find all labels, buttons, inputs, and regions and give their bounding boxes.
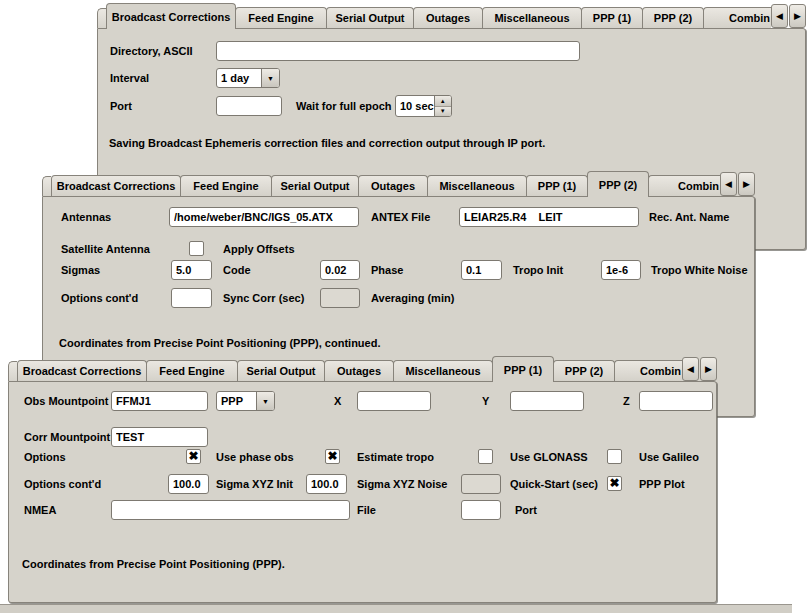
tab-broadcast-corrections[interactable]: Broadcast Corrections bbox=[17, 360, 147, 381]
x-label: X bbox=[334, 391, 341, 411]
code-label: Code bbox=[223, 260, 251, 280]
ppp-mode-combobox[interactable]: PPP ▼ bbox=[216, 391, 275, 411]
directory-ascii-label: Directory, ASCII bbox=[110, 41, 193, 61]
phase-label: Phase bbox=[371, 260, 403, 280]
spin-buttons: ▲ ▼ bbox=[434, 96, 451, 116]
options-label: Options bbox=[24, 447, 66, 467]
tab-outages[interactable]: Outages bbox=[358, 175, 428, 196]
file-label: File bbox=[357, 500, 376, 520]
wait-epoch-label: Wait for full epoch bbox=[296, 96, 392, 116]
z-label: Z bbox=[623, 391, 630, 411]
tab-ppp-1[interactable]: PPP (1) bbox=[492, 356, 554, 382]
tab-scroll-buttons: ◀ ▶ bbox=[719, 172, 755, 196]
tab-ppp-1[interactable]: PPP (1) bbox=[526, 175, 588, 196]
tab-feed-engine[interactable]: Feed Engine bbox=[180, 175, 272, 196]
sigma-xyz-init-input[interactable] bbox=[168, 474, 209, 494]
caret-right-icon: ▶ bbox=[794, 11, 801, 21]
tab-ppp-2[interactable]: PPP (2) bbox=[587, 171, 649, 197]
use-phase-obs-checkbox[interactable]: ✖ bbox=[186, 449, 201, 464]
corr-mountpoint-label: Corr Mountpoint bbox=[24, 427, 110, 447]
tab-scroll-buttons: ◀ ▶ bbox=[681, 357, 717, 381]
tab-bar: Broadcast Corrections Feed Engine Serial… bbox=[42, 170, 755, 196]
dropdown-arrow-icon[interactable]: ▼ bbox=[261, 69, 279, 87]
caret-right-icon: ▶ bbox=[705, 364, 712, 374]
tab-bar: Broadcast Corrections Feed Engine Serial… bbox=[97, 2, 806, 28]
tab-ppp-2[interactable]: PPP (2) bbox=[642, 7, 704, 28]
spin-up-icon[interactable]: ▲ bbox=[435, 96, 451, 107]
apply-offsets-label: Apply Offsets bbox=[223, 239, 295, 259]
sigma-xyz-init-label: Sigma XYZ Init bbox=[216, 474, 293, 494]
wait-epoch-value: 10 sec bbox=[396, 96, 434, 116]
tab-serial-output[interactable]: Serial Output bbox=[326, 7, 414, 28]
tab-broadcast-corrections[interactable]: Broadcast Corrections bbox=[51, 175, 181, 196]
tropo-white-noise-input[interactable] bbox=[601, 260, 641, 280]
sigma-code-input[interactable] bbox=[171, 260, 212, 280]
antex-file-label: ANTEX File bbox=[371, 207, 430, 227]
tab-scroll-left-button[interactable]: ◀ bbox=[720, 172, 737, 196]
antex-file-input[interactable] bbox=[169, 207, 359, 227]
tab-combination[interactable]: Combin bbox=[703, 7, 771, 28]
nmea-port-input[interactable] bbox=[461, 500, 501, 520]
spin-down-icon[interactable]: ▼ bbox=[435, 107, 451, 117]
tab-broadcast-corrections[interactable]: Broadcast Corrections bbox=[106, 3, 236, 29]
interval-combobox[interactable]: 1 day ▼ bbox=[216, 68, 280, 88]
caret-left-icon: ◀ bbox=[687, 364, 694, 374]
tab-scroll-right-button[interactable]: ▶ bbox=[738, 172, 755, 196]
tab-miscellaneous[interactable]: Miscellaneous bbox=[393, 360, 493, 381]
sigma-phase-input[interactable] bbox=[320, 260, 360, 280]
sigma-xyz-noise-input[interactable] bbox=[306, 474, 347, 494]
tab-serial-output[interactable]: Serial Output bbox=[271, 175, 359, 196]
options-contd-label: Options cont'd bbox=[24, 474, 101, 494]
caret-left-icon: ◀ bbox=[725, 179, 732, 189]
use-galileo-checkbox[interactable] bbox=[607, 449, 622, 464]
tropo-init-input[interactable] bbox=[461, 260, 502, 280]
nmea-file-input[interactable] bbox=[111, 500, 350, 520]
use-glonass-checkbox[interactable] bbox=[478, 449, 493, 464]
tab-outages[interactable]: Outages bbox=[413, 7, 483, 28]
obs-mountpoint-label: Obs Mountpoint bbox=[24, 391, 108, 411]
options-contd-label: Options cont'd bbox=[61, 288, 138, 308]
wait-epoch-spinbox[interactable]: 10 sec ▲ ▼ bbox=[395, 95, 452, 117]
obs-mountpoint-input[interactable] bbox=[111, 391, 208, 411]
tab-serial-output[interactable]: Serial Output bbox=[237, 360, 325, 381]
quick-start-label: Quick-Start (sec) bbox=[510, 474, 598, 494]
corr-mountpoint-input[interactable] bbox=[111, 427, 208, 447]
tab-scroll-right-button[interactable]: ▶ bbox=[700, 357, 717, 381]
tab-feed-engine[interactable]: Feed Engine bbox=[235, 7, 327, 28]
tab-combination[interactable]: Combin bbox=[648, 175, 720, 196]
z-input[interactable] bbox=[639, 391, 713, 411]
ppp-plot-checkbox[interactable]: ✖ bbox=[607, 476, 622, 491]
antennas-label: Antennas bbox=[61, 207, 111, 227]
desktop: { "tabs": ["Broadcast Corrections", "Fee… bbox=[0, 0, 808, 613]
nmea-label: NMEA bbox=[24, 500, 56, 520]
sync-corr-input[interactable] bbox=[171, 288, 212, 308]
rec-ant-name-label: Rec. Ant. Name bbox=[649, 207, 729, 227]
tab-scroll-right-button[interactable]: ▶ bbox=[789, 4, 806, 28]
tab-feed-engine[interactable]: Feed Engine bbox=[146, 360, 238, 381]
tab-miscellaneous[interactable]: Miscellaneous bbox=[482, 7, 582, 28]
y-input[interactable] bbox=[510, 391, 584, 411]
directory-ascii-input[interactable] bbox=[216, 41, 580, 61]
estimate-tropo-checkbox[interactable]: ✖ bbox=[325, 449, 340, 464]
dropdown-arrow-icon[interactable]: ▼ bbox=[256, 392, 274, 410]
tab-combination[interactable]: Combin bbox=[614, 360, 682, 381]
tab-scroll-left-button[interactable]: ◀ bbox=[771, 4, 788, 28]
tab-scroll-left-button[interactable]: ◀ bbox=[682, 357, 699, 381]
tab-ppp-1[interactable]: PPP (1) bbox=[581, 7, 643, 28]
rec-ant-name-input[interactable] bbox=[459, 207, 639, 227]
tropo-init-label: Tropo Init bbox=[513, 260, 563, 280]
tab-ppp-2[interactable]: PPP (2) bbox=[553, 360, 615, 381]
panel-description: Saving Broadcast Ephemeris correction fi… bbox=[109, 133, 545, 153]
averaging-input-disabled bbox=[320, 288, 360, 308]
port-input[interactable] bbox=[216, 96, 282, 116]
x-input[interactable] bbox=[357, 391, 431, 411]
panel-description: Coordinates from Precise Point Positioni… bbox=[22, 554, 285, 574]
ppp1-window: Broadcast Corrections Feed Engine Serial… bbox=[8, 355, 717, 603]
use-phase-obs-label: Use phase obs bbox=[216, 447, 294, 467]
panel-description: Coordinates from Precise Point Positioni… bbox=[59, 333, 380, 353]
satellite-antenna-checkbox[interactable] bbox=[189, 241, 204, 256]
tab-outages[interactable]: Outages bbox=[324, 360, 394, 381]
use-galileo-label: Use Galileo bbox=[639, 447, 699, 467]
use-glonass-label: Use GLONASS bbox=[510, 447, 588, 467]
tab-miscellaneous[interactable]: Miscellaneous bbox=[427, 175, 527, 196]
